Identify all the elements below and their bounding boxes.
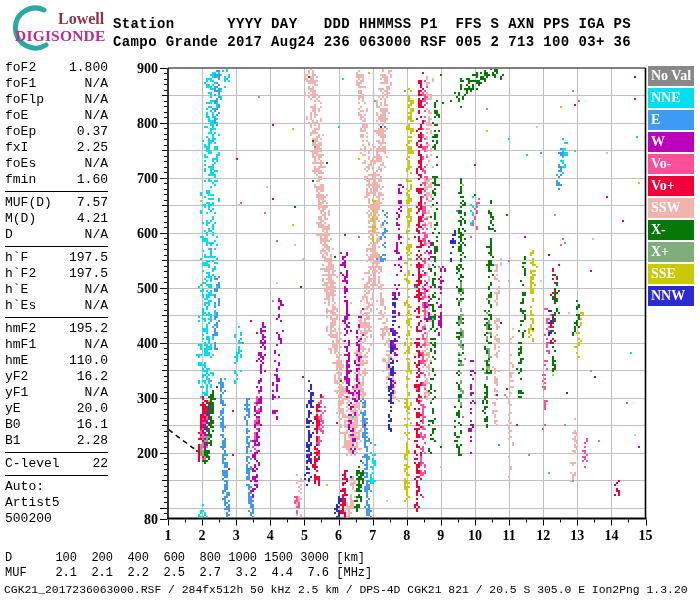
param-row-yf2: yF216.2 [5, 369, 108, 385]
param-value: 2.25 [77, 140, 108, 156]
param-label: M(D) [5, 211, 36, 227]
logo-lowell-text: Lowell [58, 10, 104, 28]
param-label: h`F [5, 250, 28, 266]
param-label: yF1 [5, 385, 28, 401]
param-row-500200: 500200 [5, 511, 108, 527]
param-row-fof1: foF1N/A [5, 76, 108, 92]
param-value: 16.1 [77, 417, 108, 433]
param-row-ye: yE20.0 [5, 401, 108, 417]
param-label: fmin [5, 172, 36, 188]
param-value: 197.5 [69, 250, 108, 266]
param-row-foflp: foFlpN/A [5, 92, 108, 108]
param-label: foE [5, 108, 28, 124]
param-label: yF2 [5, 369, 28, 385]
param-label: yE [5, 401, 21, 417]
param-value: N/A [85, 385, 108, 401]
param-value: 195.2 [69, 321, 108, 337]
param-value: 16.2 [77, 369, 108, 385]
param-row-hes: h`EsN/A [5, 298, 108, 314]
param-label: fxI [5, 140, 28, 156]
legend-item-nnw: NNW [648, 286, 694, 306]
param-label: C-level [5, 456, 60, 472]
param-row-foep: foEp0.37 [5, 124, 108, 140]
param-value: N/A [85, 298, 108, 314]
param-row-auto: Auto: [5, 479, 108, 495]
param-separator [5, 452, 108, 453]
legend-item-e: E [648, 110, 694, 130]
param-row-he: h`EN/A [5, 282, 108, 298]
distance-row: D 100 200 400 600 800 1000 1500 3000 [km… [5, 551, 365, 565]
param-label: foEp [5, 124, 36, 140]
param-label: D [5, 227, 13, 243]
param-label: Auto: [5, 479, 44, 495]
param-row-b1: B12.28 [5, 433, 108, 449]
legend-item-x-: X- [648, 220, 694, 240]
param-value: 1.60 [77, 172, 108, 188]
param-row-hmf1: hmF1N/A [5, 337, 108, 353]
param-value: N/A [85, 282, 108, 298]
lowell-digisonde-logo: Lowell DIGISONDE [6, 3, 118, 51]
param-label: foFlp [5, 92, 44, 108]
muf-row: MUF 2.1 2.1 2.2 2.5 2.7 3.2 4.4 7.6 [MHz… [5, 566, 372, 580]
param-value: 2.28 [77, 433, 108, 449]
param-value: 7.57 [77, 195, 108, 211]
param-label: B0 [5, 417, 21, 433]
param-value: 0.37 [77, 124, 108, 140]
file-info-line: CGK21_2017236063000.RSF / 284fx512h 50 k… [4, 584, 688, 596]
param-row-foes: foEsN/A [5, 156, 108, 172]
param-value: N/A [85, 108, 108, 124]
legend-item-vo-: Vo- [648, 154, 694, 174]
param-row-hmf2: hmF2195.2 [5, 321, 108, 337]
param-value: 20.0 [77, 401, 108, 417]
param-row-fmin: fmin1.60 [5, 172, 108, 188]
param-row-b0: B016.1 [5, 417, 108, 433]
param-label: B1 [5, 433, 21, 449]
param-row-clevel: C-level22 [5, 456, 108, 472]
legend-item-w: W [648, 132, 694, 152]
param-value: N/A [85, 337, 108, 353]
param-row-fxi: fxI2.25 [5, 140, 108, 156]
param-separator [5, 246, 108, 247]
param-label: hmE [5, 353, 28, 369]
param-separator [5, 317, 108, 318]
param-label: Artist5 [5, 495, 60, 511]
param-label: hmF1 [5, 337, 36, 353]
param-value: N/A [85, 156, 108, 172]
param-row-hme: hmE110.0 [5, 353, 108, 369]
param-value: 197.5 [69, 266, 108, 282]
legend-item-x+: X+ [648, 242, 694, 262]
param-row-foe: foEN/A [5, 108, 108, 124]
header-line-2: Campo Grande 2017 Aug24 236 063000 RSF 0… [113, 34, 631, 50]
param-label: 500200 [5, 511, 52, 527]
logo-digisonde-text: DIGISONDE [15, 27, 106, 45]
param-label: h`Es [5, 298, 36, 314]
param-value: 110.0 [69, 353, 108, 369]
param-row-hf2: h`F2197.5 [5, 266, 108, 282]
param-row-yf1: yF1N/A [5, 385, 108, 401]
param-row-fof2: foF21.800 [5, 60, 108, 76]
legend-item-vo+: Vo+ [648, 176, 694, 196]
param-row-d: DN/A [5, 227, 108, 243]
legend-item-noval: No Val [648, 66, 694, 86]
param-value: 4.21 [77, 211, 108, 227]
legend-item-sse: SSE [648, 264, 694, 284]
param-label: h`E [5, 282, 28, 298]
velocity-legend: No ValNNEEWVo-Vo+SSWX-X+SSENNW [648, 66, 695, 308]
param-value: N/A [85, 92, 108, 108]
param-value: N/A [85, 76, 108, 92]
param-row-md: M(D)4.21 [5, 211, 108, 227]
parameter-panel: foF21.800foF1N/AfoFlpN/AfoEN/AfoEp0.37fx… [5, 60, 108, 527]
param-label: hmF2 [5, 321, 36, 337]
param-row-hf: h`F197.5 [5, 250, 108, 266]
param-label: h`F2 [5, 266, 36, 282]
legend-item-nne: NNE [648, 88, 694, 108]
param-row-mufd: MUF(D)7.57 [5, 195, 108, 211]
param-label: MUF(D) [5, 195, 52, 211]
legend-item-ssw: SSW [648, 198, 694, 218]
param-label: foF2 [5, 60, 36, 76]
param-label: foF1 [5, 76, 36, 92]
header-line-1: Station YYYY DAY DDD HHMMSS P1 FFS S AXN… [113, 16, 631, 32]
param-separator [5, 191, 108, 192]
param-row-artist5: Artist5 [5, 495, 108, 511]
param-label: foEs [5, 156, 36, 172]
